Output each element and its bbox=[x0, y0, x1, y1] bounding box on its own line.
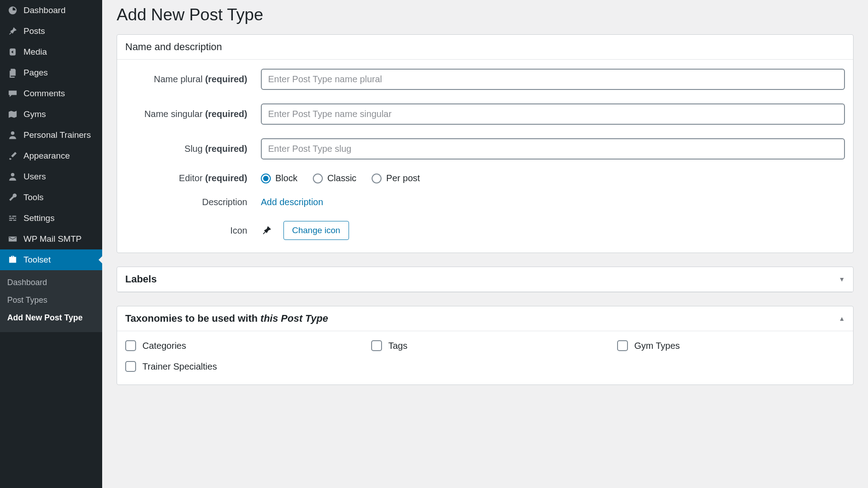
page-title: Add New Post Type bbox=[117, 5, 854, 24]
row-editor: Editor (required) Block Classic Per post bbox=[125, 173, 845, 183]
sidebar-item-media[interactable]: Media bbox=[0, 42, 102, 62]
wrench-icon bbox=[7, 192, 18, 203]
comments-icon bbox=[7, 88, 18, 99]
panel-taxonomies: Taxonomies to be used with this Post Typ… bbox=[117, 306, 854, 385]
sidebar-item-dashboard[interactable]: Dashboard bbox=[0, 0, 102, 21]
pin-icon bbox=[7, 26, 18, 37]
editor-radio-classic[interactable]: Classic bbox=[313, 173, 356, 183]
panel-name-description: Name and description Name plural (requir… bbox=[117, 34, 854, 253]
change-icon-button[interactable]: Change icon bbox=[283, 221, 349, 240]
sidebar-item-gyms[interactable]: Gyms bbox=[0, 104, 102, 125]
name-singular-input[interactable] bbox=[261, 103, 845, 125]
sidebar-item-label: Media bbox=[24, 47, 47, 57]
sidebar-item-label: WP Mail SMTP bbox=[24, 234, 81, 244]
row-icon: Icon Change icon bbox=[125, 221, 845, 240]
brush-icon bbox=[7, 150, 18, 161]
sidebar-item-settings[interactable]: Settings bbox=[0, 208, 102, 229]
slug-input[interactable] bbox=[261, 138, 845, 160]
svg-point-0 bbox=[11, 131, 14, 135]
sidebar-subitem-dashboard[interactable]: Dashboard bbox=[0, 274, 102, 291]
row-description: Description Add description bbox=[125, 197, 845, 207]
label-editor: Editor (required) bbox=[125, 173, 261, 183]
sidebar-item-label: Pages bbox=[24, 68, 48, 78]
label-slug: Slug (required) bbox=[125, 144, 261, 154]
taxonomy-checkbox-categories[interactable]: Categories bbox=[125, 340, 353, 351]
mail-icon bbox=[7, 234, 18, 244]
row-name-singular: Name singular (required) bbox=[125, 103, 845, 125]
sidebar-item-label: Toolset bbox=[24, 255, 51, 265]
row-slug: Slug (required) bbox=[125, 138, 845, 160]
chevron-up-icon: ▲ bbox=[839, 315, 845, 322]
map-icon bbox=[7, 109, 18, 120]
sidebar-subitem-post-types[interactable]: Post Types bbox=[0, 291, 102, 309]
sidebar-item-label: Users bbox=[24, 172, 46, 182]
sidebar-item-pages[interactable]: Pages bbox=[0, 62, 102, 83]
sidebar-item-label: Settings bbox=[24, 213, 55, 223]
svg-point-1 bbox=[11, 173, 14, 177]
label-name-singular: Name singular (required) bbox=[125, 109, 261, 119]
sidebar-item-label: Personal Trainers bbox=[24, 130, 91, 140]
sidebar-item-label: Appearance bbox=[24, 151, 70, 161]
chevron-down-icon: ▼ bbox=[839, 276, 845, 283]
panel-header-labels[interactable]: Labels ▼ bbox=[117, 267, 853, 292]
user-icon bbox=[7, 171, 18, 182]
panel-labels: Labels ▼ bbox=[117, 267, 854, 292]
pin-icon bbox=[261, 225, 273, 236]
checkbox-icon bbox=[617, 340, 628, 351]
add-description-link[interactable]: Add description bbox=[261, 197, 323, 207]
main-content: Add New Post Type Name and description N… bbox=[102, 0, 868, 488]
sidebar-item-appearance[interactable]: Appearance bbox=[0, 145, 102, 166]
panel-header-taxonomies[interactable]: Taxonomies to be used with this Post Typ… bbox=[117, 306, 853, 331]
taxonomy-checkbox-tags[interactable]: Tags bbox=[371, 340, 599, 351]
sidebar-item-label: Tools bbox=[24, 192, 43, 202]
sidebar-item-tools[interactable]: Tools bbox=[0, 187, 102, 208]
editor-radio-per-post[interactable]: Per post bbox=[372, 173, 420, 183]
media-icon bbox=[7, 47, 18, 57]
label-name-plural: Name plural (required) bbox=[125, 74, 261, 84]
sidebar-submenu: Dashboard Post Types Add New Post Type bbox=[0, 270, 102, 332]
row-name-plural: Name plural (required) bbox=[125, 69, 845, 90]
radio-icon bbox=[313, 174, 323, 183]
checkbox-icon bbox=[125, 361, 136, 372]
sidebar-item-label: Dashboard bbox=[24, 5, 66, 15]
sidebar-item-toolset[interactable]: Toolset bbox=[0, 249, 102, 270]
sidebar-item-trainers[interactable]: Personal Trainers bbox=[0, 125, 102, 145]
taxonomy-checkbox-gym-types[interactable]: Gym Types bbox=[617, 340, 845, 351]
briefcase-icon bbox=[7, 254, 18, 265]
checkbox-icon bbox=[371, 340, 382, 351]
sidebar-item-label: Comments bbox=[24, 89, 65, 99]
label-icon: Icon bbox=[125, 225, 261, 236]
dashboard-icon bbox=[7, 5, 18, 16]
label-description: Description bbox=[125, 197, 261, 207]
sidebar-item-label: Gyms bbox=[24, 109, 46, 119]
sidebar-item-posts[interactable]: Posts bbox=[0, 21, 102, 42]
sidebar-subitem-add-new-post-type[interactable]: Add New Post Type bbox=[0, 309, 102, 327]
user-icon bbox=[7, 130, 18, 141]
panel-header-name-description: Name and description bbox=[117, 35, 853, 60]
admin-sidebar: Dashboard Posts Media Pages Comments Gym… bbox=[0, 0, 102, 488]
name-plural-input[interactable] bbox=[261, 69, 845, 90]
editor-radio-block[interactable]: Block bbox=[261, 173, 297, 183]
checkbox-icon bbox=[125, 340, 136, 351]
taxonomy-checkbox-trainer-specialties[interactable]: Trainer Specialties bbox=[125, 361, 353, 372]
sidebar-item-wpmailsmtp[interactable]: WP Mail SMTP bbox=[0, 229, 102, 249]
pages-icon bbox=[7, 67, 18, 78]
radio-icon bbox=[261, 174, 271, 183]
radio-icon bbox=[372, 174, 382, 183]
sidebar-item-users[interactable]: Users bbox=[0, 166, 102, 187]
sliders-icon bbox=[7, 213, 18, 224]
sidebar-item-comments[interactable]: Comments bbox=[0, 83, 102, 104]
sidebar-item-label: Posts bbox=[24, 26, 45, 36]
